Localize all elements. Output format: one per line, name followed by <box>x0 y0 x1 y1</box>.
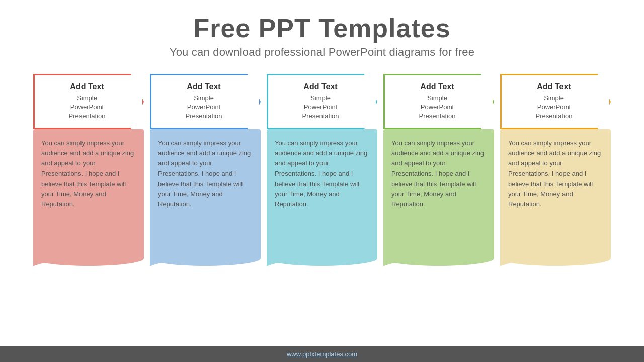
card-wrapper-5: You can simply impress your audience and… <box>500 129 611 271</box>
footer-bar: www.pptxtemplates.com <box>0 346 644 362</box>
card-wrapper-2: You can simply impress your audience and… <box>150 129 261 271</box>
arrow-title-3: Add Text <box>303 82 337 92</box>
desc-card-1: You can simply impress your audience and… <box>33 129 144 255</box>
column-2: Add Text SimplePowerPointPresentation Yo… <box>150 74 261 286</box>
arrow-title-2: Add Text <box>187 82 220 92</box>
desc-card-4: You can simply impress your audience and… <box>383 129 494 255</box>
arrow-subtitle-5: SimplePowerPointPresentation <box>536 94 573 121</box>
arrow-subtitle-1: SimplePowerPointPresentation <box>69 94 106 121</box>
arrow-box-1: Add Text SimplePowerPointPresentation <box>33 74 144 129</box>
arrow-title-4: Add Text <box>420 82 454 92</box>
column-5: Add Text SimplePowerPointPresentation Yo… <box>500 74 611 286</box>
header: Free PPT Templates You can download prof… <box>170 0 474 59</box>
column-1: Add Text SimplePowerPointPresentation Yo… <box>33 74 144 286</box>
desc-card-2: You can simply impress your audience and… <box>150 129 261 255</box>
page-subtitle: You can download professional PowerPoint… <box>170 46 474 59</box>
arrow-subtitle-3: SimplePowerPointPresentation <box>302 94 339 121</box>
column-3: Add Text SimplePowerPointPresentation Yo… <box>267 74 377 286</box>
arrow-box-3: Add Text SimplePowerPointPresentation <box>267 74 377 129</box>
arrow-title-5: Add Text <box>537 82 571 92</box>
desc-card-5: You can simply impress your audience and… <box>500 129 611 255</box>
arrow-box-2: Add Text SimplePowerPointPresentation <box>150 74 261 129</box>
column-4: Add Text SimplePowerPointPresentation Yo… <box>383 74 494 286</box>
card-wrapper-4: You can simply impress your audience and… <box>383 129 494 271</box>
columns-container: Add Text SimplePowerPointPresentation Yo… <box>0 74 644 286</box>
arrow-title-1: Add Text <box>70 82 104 92</box>
page-title: Free PPT Templates <box>170 14 474 43</box>
page-wrapper: Free PPT Templates You can download prof… <box>0 0 644 362</box>
card-wrapper-3: You can simply impress your audience and… <box>267 129 377 271</box>
arrow-box-5: Add Text SimplePowerPointPresentation <box>500 74 611 129</box>
arrow-subtitle-2: SimplePowerPointPresentation <box>186 94 222 121</box>
footer-link[interactable]: www.pptxtemplates.com <box>287 350 357 358</box>
arrow-subtitle-4: SimplePowerPointPresentation <box>419 94 456 121</box>
desc-card-3: You can simply impress your audience and… <box>267 129 377 255</box>
arrow-box-4: Add Text SimplePowerPointPresentation <box>383 74 494 129</box>
card-wrapper-1: You can simply impress your audience and… <box>33 129 144 271</box>
